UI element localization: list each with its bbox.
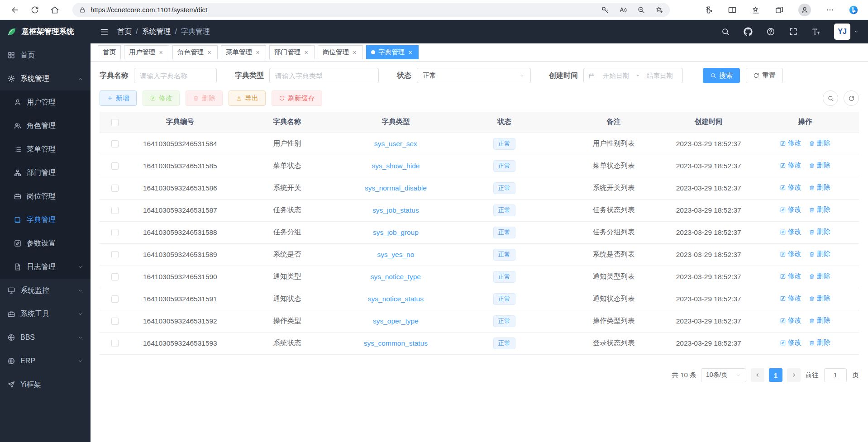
password-key-icon[interactable] (601, 6, 609, 14)
extensions-icon[interactable] (704, 5, 713, 14)
sidebar-item[interactable]: 系统管理 (0, 67, 91, 90)
read-aloud-icon[interactable] (619, 6, 627, 14)
row-checkbox[interactable] (111, 251, 119, 258)
dict-type-link[interactable]: sys_common_status (364, 339, 428, 347)
edit-button[interactable]: 修改 (143, 90, 180, 106)
sidebar-item[interactable]: 岗位管理 (0, 185, 91, 208)
font-size-icon[interactable] (811, 27, 820, 36)
sidebar-item[interactable]: Yi框架 (0, 373, 91, 396)
sidebar-item[interactable]: BBS (0, 326, 91, 349)
tab-item[interactable]: 岗位管理× (318, 45, 363, 59)
sidebar-item[interactable]: 首页 (0, 43, 91, 67)
page-size-select[interactable]: 10条/页 (701, 368, 746, 382)
sidebar-item[interactable]: 系统工具 (0, 302, 91, 326)
row-delete-link[interactable]: 删除 (809, 161, 830, 170)
zoom-out-icon[interactable] (637, 6, 645, 14)
fullscreen-icon[interactable] (789, 27, 798, 36)
browser-refresh-button[interactable] (26, 1, 43, 19)
tab-item[interactable]: 菜单管理× (221, 45, 266, 59)
tab-close-icon[interactable]: × (303, 49, 310, 56)
row-edit-link[interactable]: 修改 (780, 294, 801, 303)
tab-close-icon[interactable]: × (254, 49, 261, 56)
tab-item[interactable]: 用户管理× (124, 45, 169, 59)
row-delete-link[interactable]: 删除 (809, 338, 830, 347)
toggle-search-button[interactable] (823, 90, 838, 106)
tab-item[interactable]: 角色管理× (172, 45, 218, 59)
dict-type-link[interactable]: sys_notice_type (371, 273, 421, 280)
row-delete-link[interactable]: 删除 (809, 294, 830, 303)
row-delete-link[interactable]: 删除 (809, 228, 830, 236)
tab-close-icon[interactable]: × (157, 49, 164, 56)
browser-profile-avatar[interactable] (798, 4, 811, 16)
sidebar-item[interactable]: 日志管理 (0, 255, 91, 279)
dict-type-link[interactable]: sys_job_group (373, 228, 419, 236)
sidebar-item[interactable]: 角色管理 (0, 114, 91, 138)
breadcrumb-item[interactable]: 首页 (117, 27, 132, 37)
refresh-cache-button[interactable]: 刷新缓存 (272, 90, 322, 106)
goto-page-input[interactable] (824, 368, 847, 382)
collections-icon[interactable] (775, 5, 784, 14)
row-delete-link[interactable]: 删除 (809, 316, 830, 325)
dict-type-link[interactable]: sys_user_sex (374, 140, 417, 147)
breadcrumb-item[interactable]: 系统管理 (142, 27, 171, 37)
tab-active[interactable]: 字典管理× (366, 45, 419, 59)
row-edit-link[interactable]: 修改 (780, 316, 801, 325)
row-checkbox[interactable] (111, 162, 119, 170)
prev-page-button[interactable] (751, 368, 764, 382)
browser-home-button[interactable] (46, 1, 63, 19)
split-screen-icon[interactable] (728, 5, 737, 14)
add-button[interactable]: 新增 (100, 90, 137, 106)
export-button[interactable]: 导出 (229, 90, 266, 106)
row-checkbox[interactable] (111, 207, 119, 214)
refresh-table-button[interactable] (844, 90, 859, 106)
dict-type-link[interactable]: sys_notice_status (368, 295, 424, 303)
dict-type-link[interactable]: sys_job_status (372, 206, 419, 214)
row-checkbox[interactable] (111, 185, 119, 192)
tab-item[interactable]: 首页 (98, 45, 121, 59)
row-checkbox[interactable] (111, 229, 119, 236)
github-icon[interactable] (744, 27, 753, 36)
row-checkbox[interactable] (111, 295, 119, 303)
sidebar-item[interactable]: 参数设置 (0, 232, 91, 255)
sidebar-item[interactable]: 用户管理 (0, 90, 91, 114)
row-checkbox[interactable] (111, 140, 119, 147)
status-select[interactable]: 正常 (417, 68, 531, 83)
next-page-button[interactable] (787, 368, 801, 382)
dict-type-input[interactable] (269, 68, 379, 83)
dict-type-link[interactable]: sys_oper_type (373, 317, 419, 325)
dict-type-link[interactable]: sys_show_hide (372, 162, 420, 170)
row-edit-link[interactable]: 修改 (780, 205, 801, 214)
row-edit-link[interactable]: 修改 (780, 338, 801, 347)
delete-button[interactable]: 删除 (186, 90, 223, 106)
reset-button[interactable]: 重置 (746, 68, 783, 83)
page-number-button[interactable]: 1 (769, 368, 782, 382)
dict-type-link[interactable]: sys_normal_disable (365, 184, 427, 192)
tab-close-icon[interactable]: × (351, 49, 358, 56)
tab-close-icon[interactable]: × (206, 49, 213, 56)
dict-type-link[interactable]: sys_yes_no (377, 251, 414, 258)
sidebar-item[interactable]: 菜单管理 (0, 138, 91, 161)
row-delete-link[interactable]: 删除 (809, 250, 830, 258)
sidebar-item[interactable]: 部门管理 (0, 161, 91, 185)
add-favorite-icon[interactable] (655, 6, 663, 14)
help-icon[interactable] (766, 27, 775, 36)
row-edit-link[interactable]: 修改 (780, 272, 801, 280)
bing-icon[interactable] (849, 5, 858, 14)
search-button[interactable]: 搜索 (703, 68, 740, 83)
row-checkbox[interactable] (111, 273, 119, 280)
row-edit-link[interactable]: 修改 (780, 250, 801, 258)
row-edit-link[interactable]: 修改 (780, 228, 801, 236)
tab-close-icon[interactable]: × (407, 49, 414, 56)
favorites-icon[interactable] (751, 5, 760, 14)
sidebar-item[interactable]: 系统监控 (0, 279, 91, 302)
dict-name-input[interactable] (134, 68, 217, 83)
row-delete-link[interactable]: 删除 (809, 183, 830, 192)
row-delete-link[interactable]: 删除 (809, 205, 830, 214)
app-logo[interactable]: 意框架管理系统 (0, 20, 91, 43)
date-range-picker[interactable]: 开始日期 - 结束日期 (583, 68, 683, 83)
row-delete-link[interactable]: 删除 (809, 139, 830, 147)
select-all-checkbox[interactable] (111, 119, 119, 126)
sidebar-item[interactable]: 字典管理 (0, 208, 91, 232)
row-edit-link[interactable]: 修改 (780, 161, 801, 170)
sidebar-toggle-icon[interactable] (100, 27, 109, 37)
